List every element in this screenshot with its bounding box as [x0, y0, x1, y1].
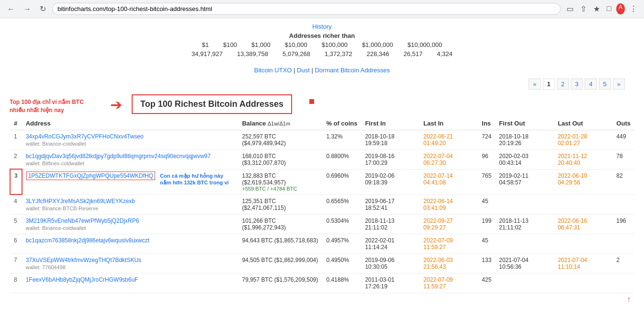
cell-ins: 724	[478, 130, 495, 149]
dormant-link[interactable]: Dormant Bitcoin Addresses	[315, 67, 390, 74]
cell-num: 2	[10, 149, 22, 169]
cell-address: 3M219KR5vEneNb47ewrPfWyb5jQ2DjxRP6wallet…	[22, 214, 238, 234]
cell-first-out: 2019-02-11 04:58:57	[495, 169, 554, 194]
cell-first-in: 2019-06-17 18:52:41	[361, 194, 419, 214]
cell-pct: 0.6565%	[322, 194, 361, 214]
cell-ins: 765	[478, 169, 495, 194]
cell-pct: 0.4188%	[322, 273, 361, 293]
cell-first-out: 2021-07-04 10:56:36	[495, 253, 554, 273]
cell-last-in: 2022-07-04 06:27:30	[419, 149, 478, 169]
stat-label-100k: $100,000	[322, 41, 348, 48]
top-stats: History Addresses richer than $1 $100 $1…	[10, 18, 634, 62]
page-5-button[interactable]: 5	[599, 79, 611, 90]
address-link[interactable]: 3M219KR5vEneNb47ewrPfWyb5jQ2DjxRP6	[26, 217, 139, 224]
table-row: 43LYJfcfHPXYJreMsASk2jkn69LWEYKzexbwalle…	[10, 194, 634, 214]
table-row: 81FeexV6bAHb8ybZjqQMjJroCrHGW9sb6uF79,95…	[10, 273, 634, 293]
table-row: 2bc1qgdjqvDav3q56jvd82tkdjpy7gdp9ut8tlqm…	[10, 149, 634, 169]
cell-last-out: 2022-06-16 06:47:31	[554, 214, 612, 234]
address-link[interactable]: bc1qazcm763858nkj2dj986etajv6wquslv8uxwc…	[26, 237, 149, 244]
pagination: « 1 2 3 4 5 »	[19, 79, 625, 90]
cell-num: 5	[10, 214, 22, 234]
addresses-richer-label: Addresses richer than	[10, 32, 634, 39]
dust-link[interactable]: Dust	[297, 67, 310, 74]
cell-last-in: 2022-06-14 03:41:09	[419, 194, 478, 214]
stat-val-100k: 228,346	[367, 50, 389, 57]
cell-outs	[612, 273, 634, 293]
table-row: 737XuVSEpWW4trkfmvWzegTHQt7BdktSKUswalle…	[10, 253, 634, 273]
cell-pct: 0.5304%	[322, 214, 361, 234]
cell-num: 7	[10, 253, 22, 273]
cell-first-in: 2018-10-18 19:59:18	[361, 130, 419, 149]
page-prev-button[interactable]: «	[529, 79, 541, 90]
forward-button[interactable]: →	[21, 4, 34, 14]
cell-pct: 1.32%	[322, 130, 361, 149]
cell-last-in: 2022-09-27 09:29:27	[419, 214, 478, 234]
cell-first-out	[495, 273, 554, 293]
cell-balance: 252,597 BTC ($4,979,489,942)	[238, 130, 322, 149]
address-link[interactable]: 37XuVSEpWW4trkfmvWzegTHQt7BdktSKUs	[26, 257, 141, 263]
cell-ins: 45	[478, 234, 495, 253]
stat-label-1k: $1,000	[251, 41, 271, 48]
cell-balance: 101,266 BTC ($1,996,272,943)	[238, 214, 322, 234]
cell-last-out: 2021-11-12 20:40:40	[554, 149, 612, 169]
cell-address: 37XuVSEpWW4trkfmvWzegTHQt7BdktSKUswallet…	[22, 253, 238, 273]
history-link[interactable]: History	[312, 23, 331, 30]
cell-pct: 0.6960%	[322, 169, 361, 194]
cell-first-out: 2018-10-18 20:19:26	[495, 130, 554, 149]
cell-num: 8	[10, 273, 22, 293]
cell-address: 3LYJfcfHPXYJreMsASk2jkn69LWEYKzexbwallet…	[22, 194, 238, 214]
cell-balance: 168,010 BTC ($3,312,007,870)	[238, 149, 322, 169]
col-last-out: Last Out	[554, 117, 612, 130]
cell-address: bc1qazcm763858nkj2dj986etajv6wquslv8uxwc…	[22, 234, 238, 253]
cell-address: 1FeexV6bAHb8ybZjqQMjJroCrHGW9sb6uF	[22, 273, 238, 293]
stat-val-1: 34,917,927	[192, 50, 223, 57]
cell-pct: 0.8800%	[322, 149, 361, 169]
cell-last-in: 2022-07-09 11:59:27	[419, 273, 478, 293]
address-link[interactable]: 34xp4vRoCGJym3xR7yCVPFHoCNxv4Twseo	[26, 133, 144, 140]
bitcoin-utxo-link[interactable]: Bitcoin UTXO	[254, 67, 292, 74]
address-link[interactable]: 1P5ZEDWTKTFGxQjZphgWPQUpe554WKDfHQ	[26, 171, 155, 180]
stat-val-10k: 1,372,372	[325, 50, 352, 57]
cell-first-in: 2011-03-01 17:26:19	[361, 273, 419, 293]
stat-val-1k: 5,079,268	[282, 50, 310, 57]
cell-first-out	[495, 194, 554, 214]
cell-first-in: 2019-09-06 10:30:05	[361, 253, 419, 273]
col-pct: % of coins	[322, 117, 361, 130]
cast-icon[interactable]: ▭	[565, 3, 576, 14]
address-link[interactable]: bc1qgdjqvDav3q56jvd82tkdjpy7gdp9ut8tlqmg…	[26, 153, 211, 160]
table-row: 134xp4vRoCGJym3xR7yCVPFHoCNxv4Twseowalle…	[10, 130, 634, 149]
row-annotation: Con cá mập hư hỏng này nắm hơn 132k BTC …	[160, 172, 234, 186]
page-2-button[interactable]: 2	[557, 79, 569, 90]
address-link[interactable]: 3LYJfcfHPXYJreMsASk2jkn69LWEYKzexb	[26, 198, 135, 205]
page-next-button[interactable]: »	[613, 79, 625, 90]
col-balance: Balance Δ1w/Δ1m	[238, 117, 322, 130]
col-first-in: First In	[361, 117, 419, 130]
links-row: Bitcoin UTXO | Dust | Dormant Bitcoin Ad…	[10, 67, 634, 74]
scroll-top-indicator[interactable]: ↑	[10, 293, 634, 306]
wallet-label: wallet: Bitfinex-coldwallet	[26, 160, 235, 166]
cell-balance: 79,957 BTC ($1,576,209,509)	[238, 273, 322, 293]
bookmark-icon[interactable]: ★	[591, 3, 602, 14]
cell-first-in: 2018-11-13 21:11:02	[361, 214, 419, 234]
menu-icon[interactable]: ⋮	[628, 3, 639, 14]
page-3-button[interactable]: 3	[571, 79, 583, 90]
cell-num: 3	[10, 169, 22, 194]
cell-first-in: 2019-08-16 17:00:29	[361, 149, 419, 169]
cell-first-in: 2019-02-06 09:18:39	[361, 169, 419, 194]
address-link[interactable]: 1FeexV6bAHb8ybZjqQMjJroCrHGW9sb6uF	[26, 276, 138, 283]
tab-icon[interactable]: □	[605, 3, 613, 14]
page-4-button[interactable]: 4	[585, 79, 597, 90]
page-1-button[interactable]: 1	[543, 79, 555, 90]
col-ins: Ins	[478, 117, 495, 130]
share-icon[interactable]: ⇧	[578, 3, 588, 14]
cell-balance: 125,351 BTC ($2,471,067,115)	[238, 194, 322, 214]
cell-last-in: 2022-06-21 01:49:20	[419, 130, 478, 149]
profile-icon[interactable]: A	[616, 3, 625, 14]
refresh-button[interactable]: ↻	[37, 3, 48, 14]
back-button[interactable]: ←	[5, 4, 17, 14]
col-outs: Outs	[612, 117, 634, 130]
stat-val-10m: 4,324	[437, 50, 453, 57]
browser-actions: ▭ ⇧ ★ □ A ⋮	[565, 3, 639, 14]
arrow-icon: ➔	[110, 96, 122, 113]
url-bar[interactable]	[52, 3, 561, 15]
